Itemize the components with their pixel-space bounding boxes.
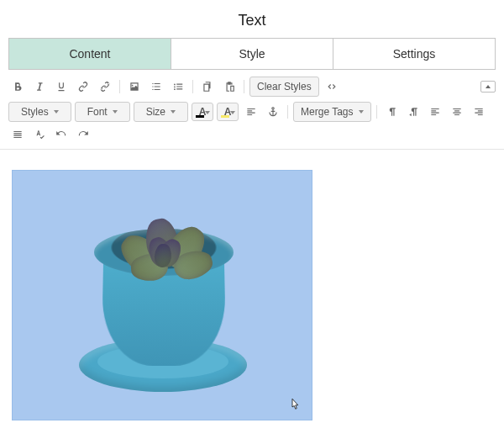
- merge-tags-dropdown[interactable]: Merge Tags: [293, 102, 370, 122]
- collapse-toolbar-icon[interactable]: [480, 81, 496, 93]
- copy-icon[interactable]: [198, 77, 217, 96]
- clear-styles-button[interactable]: Clear Styles: [249, 77, 319, 97]
- separator: [119, 80, 120, 93]
- separator: [376, 105, 377, 119]
- alignment-icon[interactable]: [242, 103, 260, 121]
- link-icon[interactable]: [74, 77, 92, 96]
- editor-toolbar: Clear Styles Styles Font Size A A Merge …: [0, 70, 504, 150]
- size-label: Size: [146, 106, 165, 118]
- ordered-list-icon[interactable]: [147, 77, 165, 96]
- underline-icon[interactable]: [52, 77, 71, 96]
- cursor-pointer-icon: [287, 395, 302, 414]
- image-block[interactable]: [12, 170, 312, 420]
- separator: [287, 105, 288, 119]
- tab-settings[interactable]: Settings: [333, 38, 496, 70]
- redo-icon[interactable]: [74, 125, 92, 144]
- separator: [192, 80, 193, 93]
- align-justify-icon[interactable]: [8, 125, 27, 144]
- anchor-icon[interactable]: [264, 103, 282, 121]
- italic-icon[interactable]: [30, 77, 49, 96]
- align-right-icon[interactable]: [470, 103, 488, 121]
- size-dropdown[interactable]: Size: [134, 102, 188, 122]
- undo-icon[interactable]: [52, 125, 71, 144]
- editor-content[interactable]: [0, 150, 504, 423]
- font-dropdown[interactable]: Font: [75, 102, 130, 122]
- succulent-plant: [121, 217, 208, 283]
- styles-dropdown[interactable]: Styles: [8, 102, 71, 122]
- spellcheck-icon[interactable]: [30, 125, 49, 144]
- image-icon[interactable]: [125, 77, 144, 96]
- panel-title: Text: [0, 0, 504, 38]
- tabs: Content Style Settings: [0, 38, 504, 70]
- bold-icon[interactable]: [8, 77, 27, 96]
- highlight-color-icon[interactable]: A: [217, 103, 239, 121]
- font-label: Font: [87, 106, 108, 118]
- align-left-icon[interactable]: [426, 103, 444, 121]
- paragraph-rtl-icon[interactable]: [404, 103, 423, 121]
- code-view-icon[interactable]: [323, 77, 341, 96]
- paste-icon[interactable]: [220, 77, 239, 96]
- merge-tags-label: Merge Tags: [301, 106, 353, 118]
- separator: [244, 80, 244, 93]
- styles-label: Styles: [21, 106, 49, 118]
- unlink-icon[interactable]: [96, 77, 114, 96]
- text-color-icon[interactable]: A: [192, 103, 213, 121]
- tab-content[interactable]: Content: [8, 38, 171, 70]
- unordered-list-icon[interactable]: [169, 77, 187, 96]
- tab-style[interactable]: Style: [171, 38, 333, 70]
- paragraph-icon[interactable]: [382, 103, 401, 121]
- align-center-icon[interactable]: [448, 103, 466, 121]
